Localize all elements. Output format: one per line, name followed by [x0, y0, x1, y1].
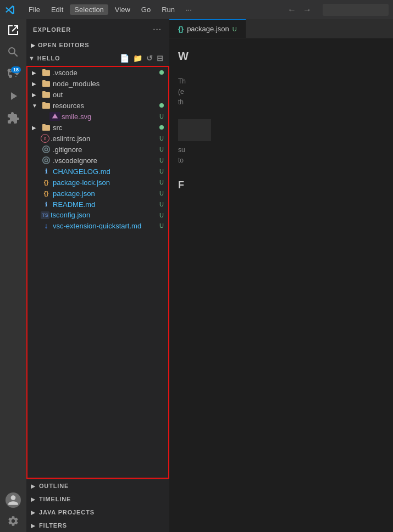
file-tree: ▶.vscode▶node_modules▶out▼resourcessmile… [26, 66, 169, 479]
activity-search[interactable] [4, 43, 22, 61]
new-folder-icon[interactable]: 📁 [132, 53, 144, 64]
tab-label: package.json [187, 25, 229, 33]
tree-item[interactable]: ▶node_modules [27, 78, 168, 89]
file-label: out [53, 91, 168, 99]
menu-view[interactable]: View [110, 4, 135, 15]
file-status: U [159, 201, 164, 208]
outline-section[interactable]: ▶ OUTLINE [26, 479, 169, 492]
java-projects-section[interactable]: ▶ JAVA PROJECTS [26, 506, 169, 519]
filters-label: FILTERS [39, 522, 67, 529]
nav-forward[interactable]: → [301, 4, 314, 16]
hello-header[interactable]: ▼ HELLO 📄 📁 ↺ ⊟ [26, 51, 169, 66]
timeline-label: TIMELINE [39, 496, 71, 502]
timeline-section[interactable]: ▶ TIMELINE [26, 492, 169, 506]
tree-chevron: ▶ [32, 92, 41, 98]
open-editors-label: OPEN EDITORS [38, 42, 89, 48]
editor-content: W Th (e th su to F [169, 38, 393, 532]
menu-bar: File Edit Selection View Go Run ··· [24, 4, 196, 15]
content-line-7: F [178, 177, 384, 193]
file-label: vsc-extension-quickstart.md [53, 222, 159, 230]
file-label: CHANGELOG.md [53, 167, 159, 176]
git-icon [41, 156, 52, 165]
more-options-icon[interactable]: ··· [152, 24, 163, 35]
tree-chevron: ▶ [32, 125, 41, 131]
tree-item[interactable]: ↓vsc-extension-quickstart.mdU [27, 220, 168, 231]
file-status: U [159, 135, 164, 142]
file-status: U [159, 113, 164, 120]
ts-icon: TS [41, 211, 49, 219]
menu-selection[interactable]: Selection [70, 4, 108, 15]
tree-chevron: ▼ [32, 103, 41, 109]
folder-icon [41, 123, 52, 132]
activity-settings[interactable] [4, 512, 22, 530]
file-label: src [53, 124, 159, 132]
tree-item[interactable]: ▶.vscode [27, 67, 168, 78]
hello-section: ▼ HELLO 📄 📁 ↺ ⊟ ▶.vscode▶node_modules▶ou… [26, 51, 169, 479]
activity-explorer[interactable] [4, 21, 22, 39]
filters-chevron: ▶ [31, 523, 36, 529]
readme-icon: ℹ [41, 200, 52, 209]
file-label: README.md [53, 200, 159, 209]
folder-icon [41, 68, 52, 77]
tree-item[interactable]: TStsconfig.jsonU [27, 210, 168, 220]
menu-more[interactable]: ··· [181, 4, 196, 15]
titlebar: File Edit Selection View Go Run ··· ← → [0, 0, 393, 19]
file-label: tsconfig.json [51, 211, 159, 219]
activity-run[interactable] [4, 87, 22, 105]
source-control-badge: 18 [11, 66, 21, 73]
tab-badge: U [233, 26, 237, 32]
menu-edit[interactable]: Edit [47, 4, 68, 15]
editor-tab-package-json[interactable]: {} package.json U [169, 19, 246, 38]
nav-back[interactable]: ← [285, 4, 298, 16]
tree-item[interactable]: .gitignoreU [27, 144, 168, 155]
tree-item[interactable]: smile.svgU [27, 111, 168, 122]
activity-extensions[interactable] [4, 109, 22, 127]
tree-item[interactable]: .vscodeignoreU [27, 155, 168, 166]
md-icon: ↓ [41, 221, 52, 230]
content-line-6: to [178, 155, 384, 166]
search-input[interactable] [323, 4, 389, 16]
tree-item[interactable]: ℹCHANGELOG.mdU [27, 166, 168, 177]
tree-item[interactable]: ▼resources [27, 100, 168, 111]
tree-item[interactable]: {}package-lock.jsonU [27, 177, 168, 188]
folder-icon [41, 90, 52, 99]
file-label: .vscodeignore [53, 156, 159, 165]
file-status [159, 125, 164, 130]
outline-chevron: ▶ [31, 483, 36, 489]
file-status [159, 103, 164, 108]
json-icon: {} [41, 189, 52, 198]
editor-tabs: {} package.json U [169, 19, 393, 38]
collapse-icon[interactable]: ⊟ [156, 53, 165, 64]
content-line-5: su [178, 145, 384, 155]
file-label: .eslintrc.json [51, 135, 159, 143]
filters-section[interactable]: ▶ FILTERS [26, 519, 169, 532]
tree-item[interactable]: ▶src [27, 122, 168, 133]
activity-bar: 18 [0, 19, 26, 532]
open-editors-section[interactable]: ▶ OPEN EDITORS [26, 40, 169, 51]
tree-item[interactable]: {}package.jsonU [27, 188, 168, 199]
file-status: U [159, 157, 164, 164]
content-thumbnail [178, 119, 211, 141]
user-avatar[interactable] [5, 492, 21, 508]
file-label: resources [53, 102, 159, 110]
menu-file[interactable]: File [24, 4, 45, 15]
git-icon [41, 145, 52, 154]
refresh-icon[interactable]: ↺ [145, 53, 154, 64]
new-file-icon[interactable]: 📄 [119, 53, 131, 64]
content-line-1: W [178, 47, 384, 65]
content-line-4: th [178, 97, 384, 108]
tree-item[interactable]: ▶out [27, 89, 168, 100]
file-label: smile.svg [62, 113, 159, 121]
eslint-icon: ε [41, 134, 49, 143]
bottom-sections: ▶ OUTLINE ▶ TIMELINE ▶ JAVA PROJECTS ▶ F… [26, 479, 169, 532]
tree-item[interactable]: ℹREADME.mdU [27, 199, 168, 210]
hello-label: HELLO [37, 55, 60, 61]
editor-area: {} package.json U W Th (e th su to F [169, 19, 393, 532]
tree-item[interactable]: ε.eslintrc.jsonU [27, 133, 168, 144]
activity-source-control[interactable]: 18 [4, 65, 22, 83]
file-label: package.json [53, 189, 159, 198]
changelog-icon: ℹ [41, 167, 52, 176]
timeline-chevron: ▶ [31, 496, 36, 502]
menu-go[interactable]: Go [137, 4, 155, 15]
menu-run[interactable]: Run [157, 4, 179, 15]
